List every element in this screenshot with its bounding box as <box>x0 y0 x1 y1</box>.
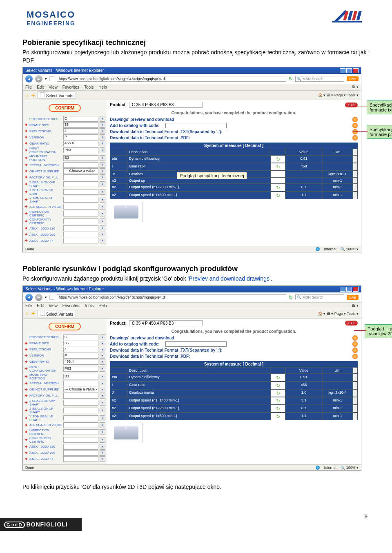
dropdown-icon[interactable]: ▾ <box>100 197 105 203</box>
dropdown-icon[interactable]: ▾ <box>100 122 105 128</box>
menu-item[interactable]: Edit <box>37 85 44 89</box>
go-icon[interactable] <box>352 129 358 134</box>
sidebar-input[interactable]: --- Choose a value --- <box>63 168 98 174</box>
preview-thumbnail[interactable] <box>110 423 143 443</box>
dropdown-icon[interactable]: ▾ <box>100 334 105 340</box>
pdf-link[interactable]: Download data in Technical Format .PDF: <box>107 135 194 141</box>
dropdown-icon[interactable]: ▾ <box>100 219 105 224</box>
preview-thumbnail[interactable] <box>110 202 143 222</box>
dropdown-icon[interactable]: ▾ <box>100 387 105 392</box>
preview-link[interactable]: Drawings' preview and download <box>107 116 177 123</box>
dropdown-icon[interactable]: ▾ <box>100 140 105 146</box>
sidebar-input[interactable] <box>63 444 98 450</box>
window-buttons[interactable] <box>340 68 359 73</box>
dropdown-icon[interactable]: ▾ <box>100 374 105 379</box>
go-icon[interactable] <box>352 117 358 122</box>
txt-link[interactable]: Download data in Technical Format .TXT(S… <box>107 347 226 353</box>
cell-icon[interactable] <box>271 163 285 171</box>
menu-item[interactable]: Help <box>98 303 107 308</box>
dropdown-icon[interactable]: ▾ <box>100 366 105 372</box>
menu-item[interactable]: File <box>25 303 32 308</box>
go-icon[interactable] <box>352 341 358 347</box>
dropdown-arrow-icon[interactable]: ▾ <box>45 77 47 81</box>
menu-item[interactable]: File <box>25 85 32 89</box>
dropdown-icon[interactable]: ▾ <box>100 381 105 386</box>
sidebar-input[interactable] <box>63 429 98 435</box>
menu-item[interactable]: View <box>49 85 58 89</box>
dropdown-icon[interactable]: ▾ <box>100 353 105 359</box>
sidebar-input[interactable]: 458.4 <box>63 140 98 146</box>
sidebar-input[interactable]: P <box>63 353 98 359</box>
refresh-icon[interactable] <box>275 375 281 380</box>
cell-icon[interactable] <box>271 171 285 177</box>
live-button[interactable]: Live <box>347 76 359 81</box>
cell-icon[interactable] <box>271 177 285 184</box>
dropdown-icon[interactable]: ▾ <box>100 450 105 456</box>
sidebar-input[interactable] <box>63 456 98 462</box>
maximize-icon[interactable] <box>346 68 352 73</box>
dropdown-icon[interactable]: ▾ <box>100 174 105 180</box>
sidebar-input[interactable]: C <box>63 116 98 122</box>
pdf-link[interactable]: Download data in Technical Format .PDF: <box>107 353 194 359</box>
dropdown-icon[interactable]: ▾ <box>100 128 105 134</box>
menu-item[interactable]: Tools <box>84 303 94 308</box>
back-button[interactable]: ◄ <box>25 75 33 83</box>
sidebar-input[interactable]: C <box>63 334 98 340</box>
sidebar-input[interactable] <box>63 181 98 187</box>
sidebar-input[interactable] <box>63 211 98 216</box>
page-tools[interactable]: 🏠 ▾ 🖶 ▾ Page ▾ Tools ▾ <box>318 312 359 316</box>
catalog-code-input[interactable] <box>165 123 227 128</box>
dropdown-icon[interactable]: ▾ <box>100 238 105 243</box>
window-buttons[interactable] <box>340 287 359 292</box>
cell-icon[interactable] <box>271 155 285 163</box>
search-box[interactable]: 🔍 MSN Search <box>295 294 344 300</box>
cell-icon[interactable] <box>271 192 285 199</box>
refresh-icon[interactable] <box>275 406 281 411</box>
dropdown-icon[interactable]: ▾ <box>100 393 105 399</box>
sidebar-input[interactable]: B3 <box>63 155 98 161</box>
dropdown-icon[interactable]: ▾ <box>100 456 105 462</box>
catalog-code-input[interactable] <box>165 341 227 347</box>
dropdown-icon[interactable]: ▾ <box>100 147 105 153</box>
dropdown-icon[interactable]: ▾ <box>100 155 105 161</box>
sidebar-input[interactable]: --- Choose a value --- <box>63 387 98 392</box>
status-zoom[interactable]: 🔍 100% ▾ <box>341 247 359 251</box>
dropdown-icon[interactable]: ▾ <box>100 359 105 365</box>
dropdown-icon[interactable]: ▾ <box>100 437 105 443</box>
cell-icon[interactable] <box>271 374 285 381</box>
refresh-icon[interactable] <box>275 383 281 388</box>
dropdown-icon[interactable]: ▾ <box>100 422 105 428</box>
dropdown-icon[interactable]: ▾ <box>100 162 105 168</box>
go-icon[interactable]: ↻ <box>289 294 293 300</box>
dropdown-icon[interactable]: ▾ <box>100 225 105 231</box>
dropdown-icon[interactable]: ▾ <box>100 189 105 195</box>
dropdown-icon[interactable]: ▾ <box>100 116 105 122</box>
refresh-icon[interactable] <box>275 193 281 198</box>
fav-icon[interactable]: ☆ <box>25 311 29 316</box>
menu-right[interactable]: 🖶 ▾ <box>352 303 359 308</box>
dropdown-arrow-icon[interactable]: ▾ <box>45 295 47 299</box>
sidebar-input[interactable]: B3 <box>63 374 98 379</box>
dropdown-icon[interactable]: ▾ <box>100 204 105 210</box>
confirm-button[interactable]: CONFIRM <box>49 323 81 330</box>
sidebar-input[interactable] <box>63 219 98 224</box>
sidebar-input[interactable]: P63 <box>63 147 98 153</box>
catalog-link[interactable]: Add to catalog with code: <box>107 341 163 347</box>
menu-item[interactable]: View <box>49 303 58 308</box>
confirm-button[interactable]: CONFIRM <box>49 104 81 112</box>
sidebar-input[interactable] <box>63 238 98 243</box>
sidebar-input[interactable] <box>63 437 98 443</box>
tab[interactable]: Select Variants <box>37 91 76 99</box>
dropdown-icon[interactable]: ▾ <box>100 408 105 413</box>
refresh-icon[interactable] <box>275 185 281 190</box>
dropdown-icon[interactable]: ▾ <box>100 444 105 450</box>
sidebar-input[interactable]: P63 <box>63 366 98 372</box>
sidebar-input[interactable] <box>63 189 98 195</box>
sidebar-input[interactable] <box>63 450 98 456</box>
sidebar-input[interactable]: 35 <box>63 122 98 128</box>
status-zoom[interactable]: 🔍 100% ▾ <box>341 466 359 470</box>
sidebar-input[interactable] <box>63 204 98 210</box>
sidebar-input[interactable]: 458.4 <box>63 359 98 365</box>
forward-button[interactable]: ► <box>35 75 42 83</box>
catalog-link[interactable]: Add to catalog with code: <box>107 123 163 129</box>
